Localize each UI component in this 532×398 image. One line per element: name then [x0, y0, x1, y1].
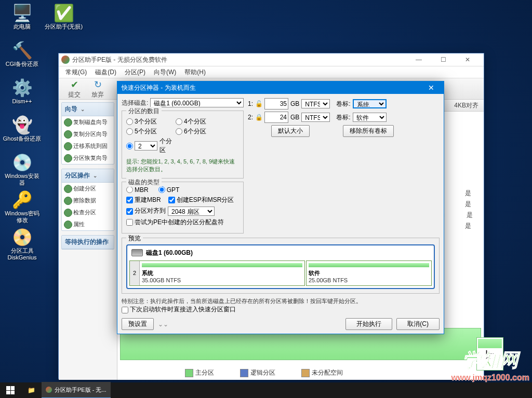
disk-icon — [131, 249, 143, 256]
chevron-icon: ⌄ — [81, 106, 85, 112]
warning-text: 特别注意：执行此操作后，当前所选磁盘上已经存在的所有分区将被删除！按回车键开始分… — [122, 297, 440, 306]
radio-4-parts[interactable]: 4个分区 — [176, 117, 225, 126]
lock-icon[interactable]: 🔒 — [255, 114, 262, 121]
icon-label: Windows密码修改 — [3, 210, 42, 224]
check-create-esp[interactable]: 创建ESP和MSR分区 — [168, 196, 234, 204]
part2-fs-select[interactable]: NTFS — [301, 113, 330, 122]
desktop-icon-dism[interactable]: ⚙️Dism++ — [3, 77, 42, 114]
dialog-close-button[interactable]: ✕ — [423, 84, 440, 92]
part2-size-input[interactable] — [264, 112, 288, 123]
menu-general[interactable]: 常规(G) — [61, 67, 91, 78]
discard-button[interactable]: ↻放弃 — [87, 78, 108, 100]
desktop-icon-ghost[interactable]: 👻Ghost备份还原 — [3, 115, 42, 151]
icon-label: 此电脑 — [14, 23, 31, 30]
radio-3-parts[interactable]: 3个分区 — [126, 117, 176, 126]
part1-size-input[interactable] — [264, 98, 288, 109]
dialog-titlebar: 快速分区神器 - 为装机而生 ✕ — [117, 81, 444, 94]
taskbar-explorer-icon[interactable]: 📁 — [21, 387, 42, 394]
icon-label: Dism++ — [12, 98, 32, 105]
desktop-icon-cgi[interactable]: 🔨CGI备份还原 — [3, 40, 42, 76]
count-group-title: 分区的数目 — [126, 107, 162, 116]
icon-label: Ghost备份还原 — [3, 135, 41, 142]
remove-labels-button[interactable]: 移除所有卷标 — [343, 125, 394, 137]
sidebar-item-wipe[interactable]: 擦除数据 — [62, 195, 114, 207]
partition-row-1: 1: 🔓 GB NTFS 卷标: 系统 — [248, 98, 440, 109]
check-rebuild-mbr[interactable]: 重建MBR — [126, 196, 161, 204]
maximize-button[interactable]: ☐ — [435, 54, 451, 65]
custom-count-select[interactable]: 2 — [135, 141, 157, 150]
start-button[interactable] — [0, 382, 21, 398]
preview-part-1[interactable]: 2 系统35.00GB NTFS — [129, 260, 305, 286]
chevron-icon: ⌄ — [93, 173, 97, 179]
close-button[interactable]: ✕ — [459, 54, 476, 65]
menu-disk[interactable]: 磁盘(D) — [91, 67, 121, 78]
app-icon — [61, 56, 70, 64]
type-group-title: 磁盘的类型 — [126, 178, 162, 187]
check-icon: ✔ — [71, 79, 78, 90]
commit-button[interactable]: ✔提交 — [64, 78, 85, 100]
menu-wizard[interactable]: 向导(W) — [150, 67, 180, 78]
windows-icon — [6, 386, 15, 394]
sidebar-item-create[interactable]: 创建分区 — [62, 183, 114, 195]
radio-custom-parts[interactable]: 2 个分区 — [126, 137, 176, 155]
cancel-button[interactable]: 取消(C) — [396, 318, 440, 330]
ops-section-header[interactable]: 分区操作⌄ — [62, 169, 114, 183]
titlebar: 分区助手PE版 - 无损分区免费软件 — ☐ ✕ — [59, 53, 484, 66]
disk-name: 磁盘1 (60.00GB) — [146, 249, 193, 257]
menu-help[interactable]: 帮助(H) — [180, 67, 210, 78]
radio-6-parts[interactable]: 6个分区 — [176, 127, 225, 136]
icon-label: 分区助手(无损) — [45, 23, 83, 30]
wizard-section-header[interactable]: 向导⌄ — [62, 103, 114, 116]
desktop-icons: 🖥️此电脑 🔨CGI备份还原 ⚙️Dism++ 👻Ghost备份还原 💿Wind… — [3, 3, 42, 264]
hint-text: 提示: 您能按1, 2, 3, 4, 5, 6, 7, 8, 9键来快速选择分区… — [126, 158, 239, 174]
menu-partition[interactable]: 分区(P) — [121, 67, 150, 78]
sidebar: 向导⌄ 复制磁盘向导 复制分区向导 迁移系统到固 分区恢复向导 分区操作⌄ 创建… — [59, 100, 117, 380]
part1-fs-select[interactable]: NTFS — [301, 99, 330, 108]
desktop-icon-winpwd[interactable]: 🔑Windows密码修改 — [3, 189, 42, 226]
sidebar-item-copy-part[interactable]: 复制分区向导 — [62, 128, 114, 140]
sidebar-item-copy-disk[interactable]: 复制磁盘向导 — [62, 116, 114, 128]
desktop-icon-diskgenius[interactable]: 📀分区工具DiskGenius — [3, 227, 42, 263]
check-pe-letters[interactable]: 尝试为PE中创建的分区分配盘符 — [126, 218, 224, 227]
col-align: 4KB对齐 — [454, 101, 478, 110]
lock-icon[interactable]: 🔓 — [255, 100, 262, 107]
preview-part-2[interactable]: 软件25.00GB NTFS — [306, 260, 432, 286]
select-disk-dropdown[interactable]: 磁盘1 (60.00GB) — [150, 98, 244, 107]
disk-preview: 磁盘1 (60.00GB) 2 系统35.00GB NTFS 软件25.00GB… — [126, 244, 435, 289]
desktop-icon-aomei[interactable]: ✅分区助手(无损) — [44, 3, 83, 39]
sidebar-item-recover[interactable]: 分区恢复向导 — [62, 152, 114, 164]
partition-row-2: 2: 🔒 GB NTFS 卷标: 软件 — [248, 112, 440, 123]
pending-section-header[interactable]: 等待执行的操作 — [62, 236, 114, 249]
part1-label-select[interactable]: 系统 — [353, 99, 387, 108]
part2-label-select[interactable]: 软件 — [353, 113, 387, 122]
preset-button[interactable]: 预设置 — [122, 318, 154, 330]
taskbar-item-aomei[interactable]: 分区助手PE版 - 无... — [42, 382, 111, 398]
preview-title: 预览 — [126, 234, 143, 243]
select-disk-label: 选择磁盘: — [122, 99, 148, 107]
sidebar-item-check[interactable]: 检查分区 — [62, 207, 114, 218]
icon-label: CGI备份还原 — [6, 61, 39, 67]
legend: 主分区 逻辑分区 未分配空间 — [185, 368, 343, 377]
align-select[interactable]: 2048 扇区 — [168, 207, 215, 216]
check-align[interactable]: 分区对齐到 — [126, 207, 166, 215]
radio-5-parts[interactable]: 5个分区 — [126, 127, 176, 136]
sidebar-item-migrate[interactable]: 迁移系统到固 — [62, 140, 114, 152]
watermark: 学知网 www.jmqz1000.com — [451, 348, 529, 382]
start-button[interactable]: 开始执行 — [345, 318, 392, 330]
default-size-button[interactable]: 默认大小 — [271, 125, 310, 137]
radio-mbr[interactable]: MBR — [126, 186, 149, 194]
sidebar-item-props[interactable]: 属性 — [62, 218, 114, 230]
refresh-icon: ↻ — [94, 79, 102, 90]
icon-label: 分区工具DiskGenius — [3, 248, 42, 261]
app-icon — [46, 387, 52, 393]
taskbar: 📁 分区助手PE版 - 无... — [0, 382, 532, 398]
check-next-launch[interactable]: 下次启动软件时直接进入快速分区窗口 — [122, 305, 440, 314]
menubar: 常规(G) 磁盘(D) 分区(P) 向导(W) 帮助(H) — [59, 66, 484, 78]
icon-label: Windows安装器 — [3, 173, 42, 186]
chevron-down-icon: ⌄⌄ — [158, 321, 168, 328]
desktop-icon-wininstall[interactable]: 💿Windows安装器 — [3, 152, 42, 188]
window-title: 分区助手PE版 - 无损分区免费软件 — [72, 56, 410, 64]
minimize-button[interactable]: — — [410, 54, 427, 65]
radio-gpt[interactable]: GPT — [158, 186, 180, 194]
desktop-icon-this-pc[interactable]: 🖥️此电脑 — [3, 3, 42, 39]
